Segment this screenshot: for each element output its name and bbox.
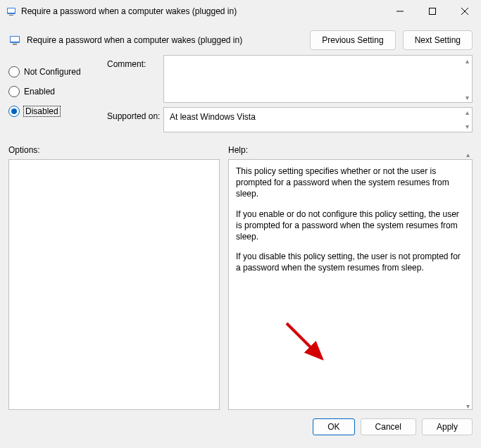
supported-on-value: At least Windows Vista (170, 112, 256, 122)
help-paragraph: If you disable this policy setting, the … (236, 251, 465, 273)
options-label: Options: (8, 145, 220, 155)
cancel-button[interactable]: Cancel (361, 418, 416, 435)
title-bar: Require a password when a computer wakes… (0, 0, 481, 23)
radio-not-configured[interactable]: Not Configured (8, 62, 107, 82)
policy-icon (8, 33, 23, 47)
svg-rect-4 (430, 8, 436, 15)
supported-on-field: At least Windows Vista ▴ ▾ (163, 107, 473, 132)
svg-rect-9 (13, 44, 17, 45)
app-icon (6, 6, 17, 17)
svg-rect-8 (11, 37, 19, 42)
maximize-button[interactable] (416, 0, 449, 23)
help-paragraph: If you enable or do not configure this p… (236, 209, 465, 243)
scroll-down-icon[interactable]: ▾ (463, 94, 470, 101)
comment-label: Comment: (107, 55, 163, 103)
next-setting-button[interactable]: Next Setting (403, 30, 473, 50)
help-paragraph: This policy setting specifies whether or… (236, 166, 465, 200)
radio-icon (8, 86, 20, 97)
radio-enabled[interactable]: Enabled (8, 82, 107, 101)
help-box: This policy setting specifies whether or… (228, 159, 473, 410)
supported-on-label: Supported on: (107, 107, 163, 132)
apply-button[interactable]: Apply (422, 418, 473, 435)
options-box (8, 159, 220, 410)
scroll-up-icon[interactable]: ▴ (463, 57, 470, 64)
help-label: Help: (228, 145, 473, 155)
policy-title: Require a password when a computer wakes… (27, 35, 303, 45)
minimize-button[interactable] (384, 0, 416, 23)
scroll-down-icon[interactable]: ▾ (463, 123, 470, 130)
scroll-up-icon[interactable]: ▴ (464, 151, 471, 158)
svg-rect-1 (8, 8, 15, 13)
ok-button[interactable]: OK (313, 418, 354, 435)
previous-setting-button[interactable]: Previous Setting (310, 30, 395, 50)
scroll-up-icon[interactable]: ▴ (463, 109, 470, 116)
window-title: Require a password when a computer wakes… (21, 6, 384, 16)
comment-textarea[interactable]: ▴ ▾ (163, 55, 473, 103)
close-button[interactable] (449, 0, 481, 23)
scroll-down-icon[interactable]: ▾ (464, 402, 471, 410)
radio-disabled[interactable]: Disabled (8, 101, 107, 121)
radio-icon (8, 66, 20, 77)
radio-icon (8, 106, 20, 117)
svg-rect-2 (9, 15, 13, 15)
